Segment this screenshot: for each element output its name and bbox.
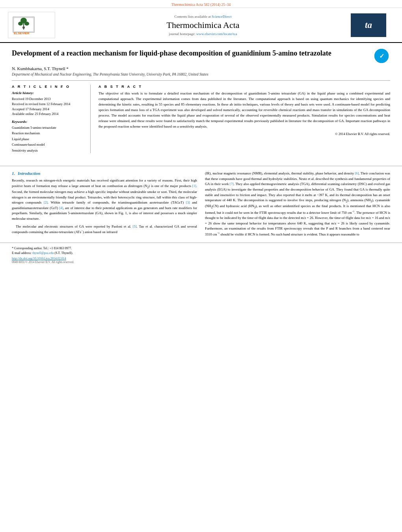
ta-logo: ta bbox=[351, 13, 386, 37]
keywords-label: Keywords: bbox=[12, 120, 84, 124]
article-title-section: Development of a reaction mechanism for … bbox=[12, 49, 390, 63]
journal-title: Thermochimica Acta bbox=[55, 20, 351, 30]
revised-date: Received in revised form 12 February 201… bbox=[12, 102, 84, 107]
article-info-abstract: A R T I C L E I N F O Article history: R… bbox=[12, 80, 390, 153]
sciencedirect-link[interactable]: ScienceDirect bbox=[212, 15, 231, 19]
article-content: Development of a reaction mechanism for … bbox=[0, 43, 402, 161]
body-right-para-1: (IR), nuclear magnetic resonance (NMR), … bbox=[205, 171, 390, 237]
svg-point-5 bbox=[22, 26, 25, 29]
keyword-3: Liquid phase bbox=[12, 136, 84, 142]
authors: N. Kumbhakarna, S.T. Thynell * bbox=[12, 66, 390, 71]
contents-line: Contents lists available at ScienceDirec… bbox=[55, 15, 351, 19]
available-date: Available online 25 February 2014 bbox=[12, 111, 84, 117]
svg-text:ta: ta bbox=[365, 19, 372, 30]
ta-logo-area: ta bbox=[351, 13, 390, 37]
body-right-text: (IR), nuclear magnetic resonance (NMR), … bbox=[205, 171, 390, 237]
footnote-star: * Corresponding author. Tel.: +1 814 863… bbox=[12, 247, 72, 250]
keyword-2: Reaction mechanism bbox=[12, 130, 84, 136]
elsevier-svg: ELSEVIER bbox=[12, 14, 51, 35]
body-section: 1. Introduction Recently, research on ni… bbox=[0, 171, 402, 239]
keyword-4: Continuum-based model bbox=[12, 142, 84, 147]
received-date: Received 19 December 2013 bbox=[12, 96, 84, 102]
journal-reference: Thermochimica Acta 582 (2014) 25–34 bbox=[171, 3, 231, 7]
email-link[interactable]: thynell@psu.edu bbox=[32, 251, 54, 255]
journal-homepage-link[interactable]: www.elsevier.com/locate/tca bbox=[196, 32, 237, 36]
body-col-left: 1. Introduction Recently, research on ni… bbox=[12, 171, 197, 239]
accepted-date: Accepted 17 February 2014 bbox=[12, 107, 84, 112]
ta-logo-svg: ta bbox=[354, 13, 383, 37]
homepage-line: journal homepage: www.elsevier.com/locat… bbox=[55, 32, 351, 36]
svg-point-4 bbox=[24, 22, 29, 26]
crossmark-area: ✓ bbox=[374, 49, 390, 63]
section-title: 1. Introduction bbox=[12, 171, 197, 176]
body-left-text: Recently, research on nitrogen-rich ener… bbox=[12, 178, 197, 235]
svg-point-3 bbox=[18, 22, 23, 26]
crossmark-icon: ✓ bbox=[374, 49, 389, 63]
body-left-para-2: The molecular and electronic structures … bbox=[12, 224, 197, 235]
journal-header: ELSEVIER Contents lists available at Sci… bbox=[0, 8, 402, 43]
svg-text:ELSEVIER: ELSEVIER bbox=[14, 32, 30, 35]
section-number: 1. bbox=[12, 171, 15, 176]
body-left-para-1: Recently, research on nitrogen-rich ener… bbox=[12, 178, 197, 221]
page: Thermochimica Acta 582 (2014) 25–34 bbox=[0, 0, 402, 532]
journal-header-center: Contents lists available at ScienceDirec… bbox=[55, 15, 351, 36]
page-footer: * Corresponding author. Tel.: +1 814 863… bbox=[0, 243, 402, 266]
affiliation: Department of Mechanical and Nuclear Eng… bbox=[12, 72, 390, 76]
keyword-1: Guanidinium 5-amino tetrazolate bbox=[12, 125, 84, 130]
abstract-text: The objective of this work is to formula… bbox=[99, 91, 390, 130]
history-label: Article history: bbox=[12, 91, 84, 95]
doi-link[interactable]: http://dx.doi.org/10.1016/j.tca.2014.02.… bbox=[12, 257, 66, 260]
section-name: Introduction bbox=[18, 171, 40, 176]
abstract-col: A B S T R A C T The objective of this wo… bbox=[99, 85, 390, 153]
email-label: E-mail address: bbox=[12, 251, 32, 255]
elsevier-logo-area: ELSEVIER bbox=[8, 12, 55, 38]
elsevier-logo: ELSEVIER bbox=[8, 12, 55, 38]
abstract-heading: A B S T R A C T bbox=[99, 85, 390, 89]
article-info-col: A R T I C L E I N F O Article history: R… bbox=[12, 85, 91, 153]
article-info-heading: A R T I C L E I N F O bbox=[12, 85, 84, 89]
email-person: (S.T. Thynell). bbox=[54, 251, 73, 255]
abstract-copyright: © 2014 Elsevier B.V. All rights reserved… bbox=[99, 132, 390, 136]
svg-text:✓: ✓ bbox=[379, 53, 384, 59]
copyright-footer: 0040-6031/© 2014 Elsevier B.V. All right… bbox=[12, 260, 390, 264]
doi-bar: http://dx.doi.org/10.1016/j.tca.2014.02.… bbox=[12, 257, 390, 260]
section-divider bbox=[0, 166, 402, 166]
keywords-list: Guanidinium 5-amino tetrazolate Reaction… bbox=[12, 125, 84, 153]
top-bar: Thermochimica Acta 582 (2014) 25–34 bbox=[0, 0, 402, 8]
article-title: Development of a reaction mechanism for … bbox=[12, 49, 374, 58]
keyword-5: Sensitivity analysis bbox=[12, 148, 84, 153]
body-col-right: (IR), nuclear magnetic resonance (NMR), … bbox=[205, 171, 390, 239]
footnote: * Corresponding author. Tel.: +1 814 863… bbox=[12, 246, 390, 256]
